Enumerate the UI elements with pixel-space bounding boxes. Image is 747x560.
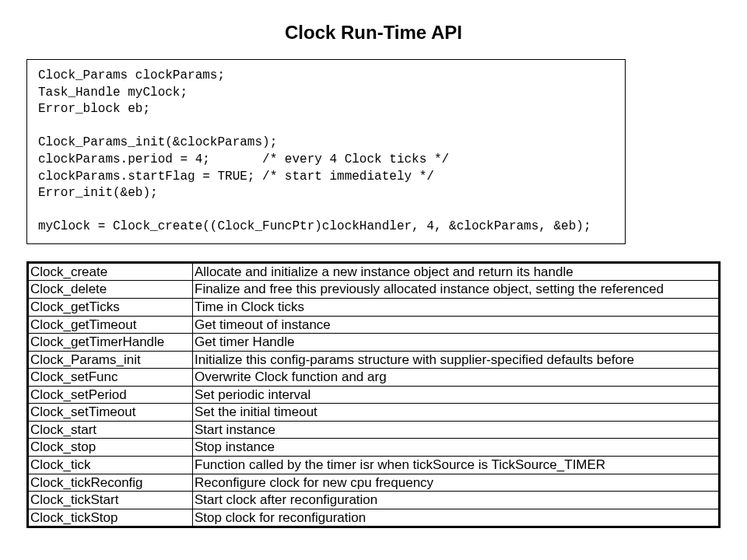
api-name: Clock_tick: [28, 456, 193, 474]
table-row: Clock_createAllocate and initialize a ne…: [28, 262, 720, 281]
code-box: Clock_Params clockParams; Task_Handle my…: [26, 59, 626, 244]
api-desc: Allocate and initialize a new instance o…: [193, 262, 720, 281]
api-name: Clock_tickStart: [28, 492, 193, 509]
table-row: Clock_stopStop instance: [28, 439, 720, 457]
api-desc: Stop clock for reconfiguration: [193, 509, 720, 527]
api-name: Clock_stop: [28, 439, 193, 457]
table-row: Clock_deleteFinalize and free this previ…: [28, 281, 720, 299]
api-desc: Set periodic interval: [193, 386, 720, 404]
api-table: Clock_createAllocate and initialize a ne…: [26, 261, 721, 528]
table-row: Clock_tickStartStart clock after reconfi…: [28, 492, 720, 509]
table-row: Clock_startStart instance: [28, 421, 720, 439]
table-row: Clock_setTimeoutSet the initial timeout: [28, 404, 720, 422]
table-row: Clock_tickReconfigReconfigure clock for …: [28, 474, 720, 492]
table-row: Clock_getTicksTime in Clock ticks: [28, 299, 720, 317]
api-desc: Initialize this config-params structure …: [193, 351, 720, 369]
api-desc: Start clock after reconfiguration: [193, 492, 720, 509]
slide: Clock Run-Time API Clock_Params clockPar…: [0, 0, 747, 528]
api-name: Clock_setFunc: [28, 369, 193, 387]
api-desc: Get timer Handle: [193, 334, 720, 352]
api-name: Clock_create: [28, 262, 193, 281]
table-row: Clock_tickStopStop clock for reconfigura…: [28, 509, 720, 527]
api-desc: Stop instance: [193, 439, 720, 457]
table-row: Clock_setFuncOverwrite Clock function an…: [28, 369, 720, 387]
api-name: Clock_delete: [28, 281, 193, 299]
api-name: Clock_setTimeout: [28, 404, 193, 422]
api-desc: Start instance: [193, 421, 720, 439]
api-name: Clock_setPeriod: [28, 386, 193, 404]
page-title: Clock Run-Time API: [26, 22, 721, 44]
api-desc: Set the initial timeout: [193, 404, 720, 422]
api-desc: Overwrite Clock function and arg: [193, 369, 720, 387]
table-row: Clock_tickFunction called by the timer i…: [28, 456, 720, 474]
api-desc: Function called by the timer isr when ti…: [193, 456, 720, 474]
table-row: Clock_getTimeoutGet timeout of instance: [28, 316, 720, 334]
table-row: Clock_Params_initInitialize this config-…: [28, 351, 720, 369]
api-name: Clock_getTicks: [28, 299, 193, 317]
api-desc: Time in Clock ticks: [193, 299, 720, 317]
api-desc: Finalize and free this previously alloca…: [193, 281, 720, 299]
api-name: Clock_getTimerHandle: [28, 334, 193, 352]
table-row: Clock_setPeriodSet periodic interval: [28, 386, 720, 404]
api-name: Clock_tickStop: [28, 509, 193, 527]
api-desc: Get timeout of instance: [193, 316, 720, 334]
api-name: Clock_getTimeout: [28, 316, 193, 334]
api-name: Clock_Params_init: [28, 351, 193, 369]
api-name: Clock_start: [28, 421, 193, 439]
api-name: Clock_tickReconfig: [28, 474, 193, 492]
api-desc: Reconfigure clock for new cpu frequency: [193, 474, 720, 492]
table-row: Clock_getTimerHandleGet timer Handle: [28, 334, 720, 352]
